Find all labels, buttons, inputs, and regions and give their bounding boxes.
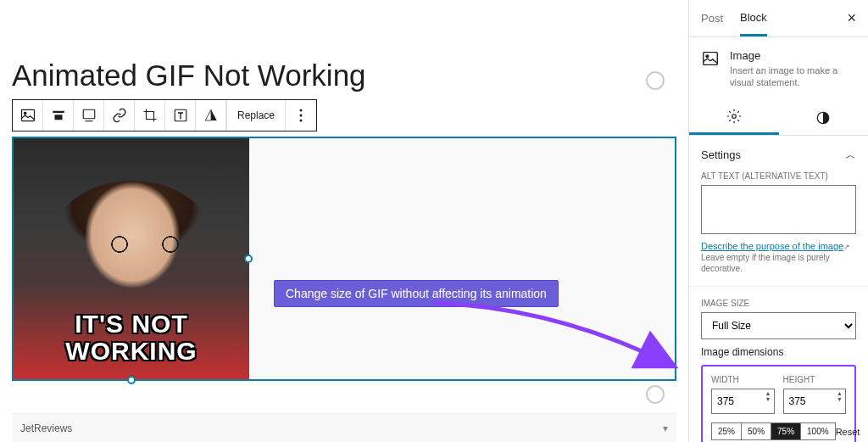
text-overlay-icon[interactable]	[165, 100, 196, 131]
chevron-up-icon[interactable]: ︿	[845, 148, 856, 163]
chevron-down-icon[interactable]: ▾	[663, 422, 668, 434]
drag-handle-icon[interactable]	[646, 385, 665, 404]
link-icon[interactable]	[104, 100, 135, 131]
alt-text-input[interactable]	[701, 185, 856, 234]
spinner-icon[interactable]: ▲▼	[765, 390, 771, 402]
svg-rect-10	[704, 53, 718, 65]
svg-point-7	[300, 109, 303, 112]
width-label: WIDTH	[711, 375, 775, 384]
annotation-callout: Change size of GIF without affecting its…	[274, 280, 559, 307]
svg-point-12	[732, 115, 737, 119]
dimensions-highlight: WIDTH ▲▼ HEIGHT ▲▼ 25% 50%	[701, 365, 856, 442]
image-icon	[701, 49, 720, 68]
caption-icon[interactable]	[74, 100, 104, 131]
bottom-bar: JetReviews ▾	[12, 413, 676, 442]
crop-icon[interactable]	[135, 100, 165, 131]
settings-heading: Settings	[701, 148, 741, 161]
percent-buttons: 25% 50% 75% 100%	[711, 422, 836, 440]
svg-point-8	[300, 115, 303, 117]
settings-tab-icon[interactable]	[689, 101, 779, 135]
block-toolbar: Replace	[12, 99, 317, 131]
svg-rect-2	[53, 111, 64, 113]
svg-point-9	[300, 120, 303, 122]
pct-25-button[interactable]: 25%	[712, 423, 742, 439]
replace-button[interactable]: Replace	[226, 100, 286, 131]
svg-point-11	[706, 55, 709, 58]
gif-image: IT'S NOT WORKING	[14, 138, 249, 379]
image-block[interactable]: IT'S NOT WORKING	[12, 137, 676, 381]
pct-75-button[interactable]: 75%	[771, 423, 801, 439]
svg-rect-4	[83, 109, 95, 119]
svg-rect-3	[54, 115, 62, 120]
pct-100-button[interactable]: 100%	[801, 423, 835, 439]
svg-rect-0	[21, 109, 34, 120]
bottom-bar-label: JetReviews	[20, 422, 72, 434]
image-dimensions-label: Image dimensions	[701, 346, 856, 358]
tab-block[interactable]: Block	[740, 1, 767, 36]
external-icon: ↗	[843, 243, 850, 251]
styles-tab-icon[interactable]	[779, 101, 869, 135]
block-name: Image	[730, 49, 856, 62]
tab-post[interactable]: Post	[701, 2, 723, 35]
drag-handle-icon[interactable]	[646, 71, 665, 90]
post-title[interactable]: Animated GIF Not Working	[12, 59, 676, 92]
resize-handle-right[interactable]	[244, 255, 253, 263]
align-icon[interactable]	[43, 100, 74, 131]
block-type-icon[interactable]	[13, 100, 43, 131]
resize-handle-bottom[interactable]	[127, 376, 136, 384]
pct-50-button[interactable]: 50%	[742, 423, 771, 439]
settings-sidebar: Post Block × Image Insert an image to ma…	[688, 0, 868, 442]
image-size-label: IMAGE SIZE	[701, 299, 856, 308]
duotone-icon[interactable]	[196, 100, 226, 131]
height-label: HEIGHT	[783, 375, 847, 384]
gif-caption: IT'S NOT WORKING	[14, 311, 249, 364]
svg-point-1	[24, 112, 26, 115]
block-sub: Insert an image to make a visual stateme…	[730, 64, 856, 89]
alt-help-text: Leave empty if the image is purely decor…	[701, 253, 830, 273]
alt-help-link[interactable]: Describe the purpose of the image	[701, 241, 843, 251]
more-icon[interactable]	[286, 100, 316, 131]
close-icon[interactable]: ×	[847, 9, 856, 27]
image-size-select[interactable]: Full Size	[701, 312, 856, 339]
alt-text-label: ALT TEXT (ALTERNATIVE TEXT)	[701, 171, 856, 181]
block-description: Image Insert an image to make a visual s…	[689, 37, 868, 101]
reset-button[interactable]: Reset	[836, 427, 860, 437]
spinner-icon[interactable]: ▲▼	[837, 390, 843, 402]
